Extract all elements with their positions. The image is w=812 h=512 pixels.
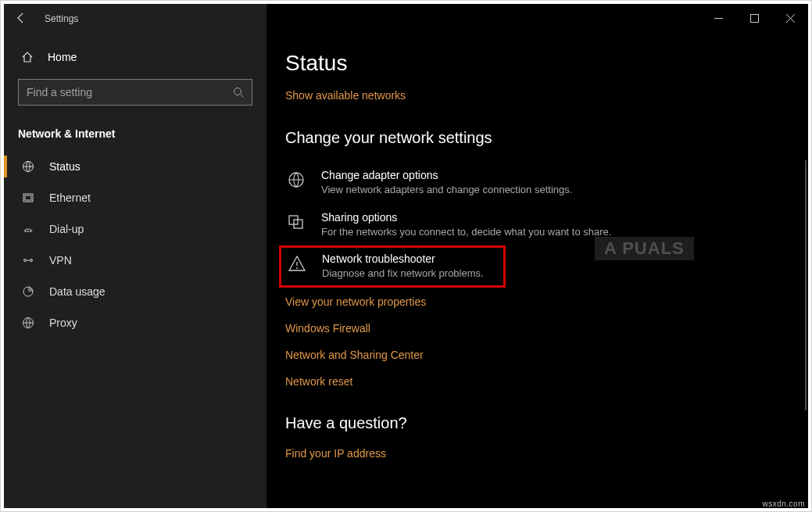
vpn-icon [21,254,35,267]
sidebar-item-label: Dial-up [49,223,84,235]
svg-point-17 [296,267,298,269]
setting-desc: View network adapters and change connect… [321,184,572,195]
globe-icon [21,160,35,173]
setting-title: Network troubleshooter [322,252,484,265]
setting-desc: Diagnose and fix network problems. [322,267,484,279]
sidebar: Home Network & Internet Status Ethernet [4,4,266,508]
ethernet-icon [21,192,35,204]
proxy-icon [21,317,35,329]
link-network-properties[interactable]: View your network properties [285,295,808,308]
dialup-icon [21,223,35,235]
sidebar-item-ethernet[interactable]: Ethernet [4,182,266,213]
link-network-reset[interactable]: Network reset [285,375,808,388]
sidebar-section-title: Network & Internet [4,120,266,151]
search-input[interactable] [27,86,233,98]
sidebar-item-label: Proxy [49,317,77,329]
data-usage-icon [21,285,35,298]
search-icon [233,87,244,98]
adapter-icon [285,169,307,189]
svg-point-10 [25,260,26,261]
svg-rect-0 [750,14,758,22]
svg-rect-4 [25,195,31,200]
home-label: Home [48,51,77,63]
change-settings-heading: Change your network settings [285,129,808,147]
sidebar-item-label: Status [49,160,80,173]
sidebar-item-label: VPN [49,254,72,267]
back-button[interactable] [4,4,38,32]
maximize-button[interactable] [736,5,772,30]
sidebar-item-datausage[interactable]: Data usage [4,276,266,307]
sidebar-item-status[interactable]: Status [4,151,266,182]
page-title: Status [285,51,808,76]
home-nav[interactable]: Home [4,43,266,71]
sharing-icon [285,211,307,231]
svg-point-6 [27,231,29,232]
svg-point-7 [30,231,31,232]
setting-network-troubleshooter[interactable]: Network troubleshooter Diagnose and fix … [279,245,506,288]
window-title: Settings [38,13,78,24]
question-heading: Have a question? [285,414,808,432]
link-find-ip[interactable]: Find your IP address [285,447,386,460]
warning-icon [286,252,308,273]
setting-title: Change adapter options [321,169,572,181]
sidebar-item-proxy[interactable]: Proxy [4,307,266,338]
svg-point-11 [31,260,32,261]
sidebar-item-label: Ethernet [49,192,91,204]
minimize-button[interactable] [700,5,736,30]
show-networks-link[interactable]: Show available networks [285,89,406,102]
sidebar-item-label: Data usage [49,285,106,298]
svg-point-5 [25,231,27,232]
sidebar-item-vpn[interactable]: VPN [4,245,266,276]
setting-adapter-options[interactable]: Change adapter options View network adap… [285,161,723,203]
main-content: Status Show available networks Change yo… [266,4,808,508]
setting-sharing-options[interactable]: Sharing options For the networks you con… [285,203,723,245]
home-icon [21,51,34,63]
sidebar-item-dialup[interactable]: Dial-up [4,213,266,245]
link-windows-firewall[interactable]: Windows Firewall [285,322,808,335]
close-button[interactable] [772,5,808,30]
source-label: wsxdn.com [762,499,805,508]
search-box[interactable] [18,79,252,106]
setting-title: Sharing options [321,211,611,224]
link-sharing-center[interactable]: Network and Sharing Center [285,349,808,361]
svg-point-1 [234,88,241,95]
setting-desc: For the networks you connect to, decide … [321,226,611,238]
